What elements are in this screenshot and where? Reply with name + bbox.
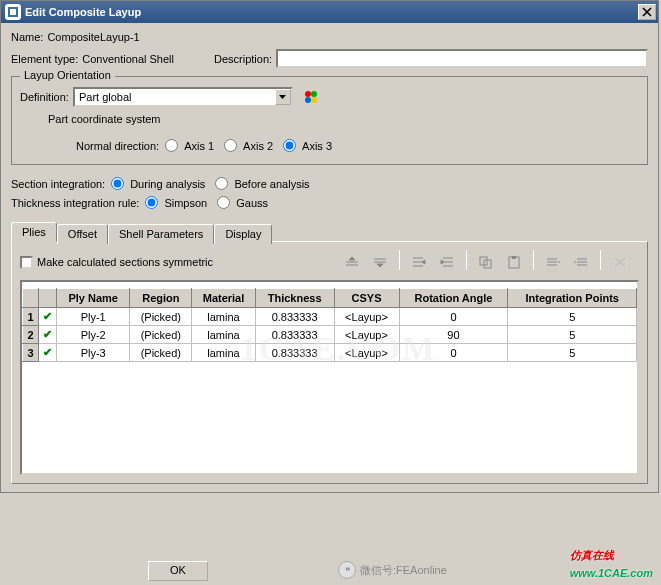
element-type-value: Conventional Shell [82, 53, 174, 65]
axis3-radio[interactable]: Axis 3 [283, 139, 332, 152]
close-icon [642, 7, 652, 17]
name-label: Name: [11, 31, 43, 43]
element-type-label: Element type: [11, 53, 78, 65]
datum-icon[interactable] [303, 89, 319, 105]
cell-angle[interactable]: 90 [399, 326, 508, 344]
cell-name[interactable]: Ply-1 [57, 308, 130, 326]
tab-display[interactable]: Display [214, 224, 272, 244]
description-label: Description: [214, 53, 272, 65]
cell-material[interactable]: lamina [192, 308, 255, 326]
before-analysis-radio[interactable]: Before analysis [215, 177, 309, 190]
plies-table: Ply Name Region Material Thickness CSYS … [22, 288, 637, 362]
svg-point-3 [311, 91, 317, 97]
col-thickness: Thickness [255, 289, 334, 308]
axis1-radio[interactable]: Axis 1 [165, 139, 214, 152]
cell-thickness[interactable]: 0.833333 [255, 308, 334, 326]
cell-points[interactable]: 5 [508, 326, 637, 344]
col-region: Region [130, 289, 192, 308]
axis2-radio[interactable]: Axis 2 [224, 139, 273, 152]
cell-region[interactable]: (Picked) [130, 326, 192, 344]
app-icon [5, 4, 21, 20]
cell-angle[interactable]: 0 [399, 308, 508, 326]
row-up-icon [344, 255, 360, 269]
cell-points[interactable]: 5 [508, 344, 637, 362]
col-plyname: Ply Name [57, 289, 130, 308]
definition-label: Definition: [20, 91, 69, 103]
tab-offset[interactable]: Offset [57, 224, 108, 244]
watermark-brand: 仿真在线 www.1CAE.com [570, 545, 653, 581]
layup-orientation-group: Layup Orientation Definition: Part globa… [11, 76, 648, 165]
paste-button[interactable] [501, 250, 527, 274]
delete-row-button[interactable] [607, 250, 633, 274]
definition-value: Part global [75, 91, 275, 103]
move-down-button[interactable] [367, 250, 393, 274]
col-angle: Rotation Angle [399, 289, 508, 308]
col-csys: CSYS [334, 289, 399, 308]
tab-shell-parameters[interactable]: Shell Parameters [108, 224, 214, 244]
cell-csys[interactable]: <Layup> [334, 308, 399, 326]
symmetric-checkbox[interactable] [20, 256, 33, 269]
simpson-radio[interactable]: Simpson [145, 196, 207, 209]
cell-angle[interactable]: 0 [399, 344, 508, 362]
svg-point-5 [311, 97, 317, 103]
copy-button[interactable] [473, 250, 499, 274]
definition-subtext: Part coordinate system [48, 113, 161, 125]
dropdown-arrow-button[interactable] [275, 89, 291, 105]
description-input[interactable] [276, 49, 648, 68]
col-check [39, 289, 57, 308]
row-number: 1 [23, 308, 39, 326]
watermark-wechat: ❝ 微信号:FEAonline [338, 561, 447, 579]
cell-points[interactable]: 5 [508, 308, 637, 326]
normal-direction-label: Normal direction: [76, 140, 159, 152]
name-value: CompositeLayup-1 [47, 31, 139, 43]
cell-csys[interactable]: <Layup> [334, 344, 399, 362]
row-check[interactable]: ✔ [39, 344, 57, 362]
cell-name[interactable]: Ply-3 [57, 344, 130, 362]
delete-left-button[interactable] [540, 250, 566, 274]
cell-thickness[interactable]: 0.833333 [255, 326, 334, 344]
tab-plies[interactable]: Plies [11, 222, 57, 242]
row-number: 2 [23, 326, 39, 344]
svg-point-2 [305, 91, 311, 97]
svg-point-4 [305, 97, 311, 103]
cell-name[interactable]: Ply-2 [57, 326, 130, 344]
cell-csys[interactable]: <Layup> [334, 326, 399, 344]
ok-button[interactable]: OK [148, 561, 208, 581]
table-row[interactable]: 1✔Ply-1(Picked)lamina0.833333<Layup>05 [23, 308, 637, 326]
section-integration-label: Section integration: [11, 178, 105, 190]
table-row[interactable]: 2✔Ply-2(Picked)lamina0.833333<Layup>905 [23, 326, 637, 344]
gauss-radio[interactable]: Gauss [217, 196, 268, 209]
during-analysis-radio[interactable]: During analysis [111, 177, 205, 190]
plies-tab-content: Make calculated sections symmetric [11, 241, 648, 484]
cell-material[interactable]: lamina [192, 326, 255, 344]
delete-right-button[interactable] [568, 250, 594, 274]
move-up-button[interactable] [339, 250, 365, 274]
row-number: 3 [23, 344, 39, 362]
wechat-icon: ❝ [338, 561, 356, 579]
definition-dropdown[interactable]: Part global [73, 87, 293, 107]
orientation-title: Layup Orientation [20, 69, 115, 81]
chevron-down-icon [279, 95, 286, 99]
close-button[interactable] [638, 4, 656, 20]
insert-before-button[interactable] [406, 250, 432, 274]
plies-toolbar [339, 250, 639, 274]
cell-material[interactable]: lamina [192, 344, 255, 362]
cell-region[interactable]: (Picked) [130, 344, 192, 362]
edit-composite-layup-dialog: Edit Composite Layup Name: CompositeLayu… [0, 0, 659, 493]
dialog-content: Name: CompositeLayup-1 Element type: Con… [1, 23, 658, 492]
col-points: Integration Points [508, 289, 637, 308]
insert-after-button[interactable] [434, 250, 460, 274]
svg-rect-1 [10, 9, 16, 15]
row-down-icon [372, 255, 388, 269]
cell-thickness[interactable]: 0.833333 [255, 344, 334, 362]
symmetric-label: Make calculated sections symmetric [37, 256, 213, 268]
tab-bar: Plies Offset Shell Parameters Display [11, 222, 648, 242]
window-title: Edit Composite Layup [25, 6, 638, 18]
cell-region[interactable]: (Picked) [130, 308, 192, 326]
titlebar: Edit Composite Layup [1, 1, 658, 23]
row-check[interactable]: ✔ [39, 326, 57, 344]
thickness-rule-label: Thickness integration rule: [11, 197, 139, 209]
row-check[interactable]: ✔ [39, 308, 57, 326]
col-material: Material [192, 289, 255, 308]
table-row[interactable]: 3✔Ply-3(Picked)lamina0.833333<Layup>05 [23, 344, 637, 362]
